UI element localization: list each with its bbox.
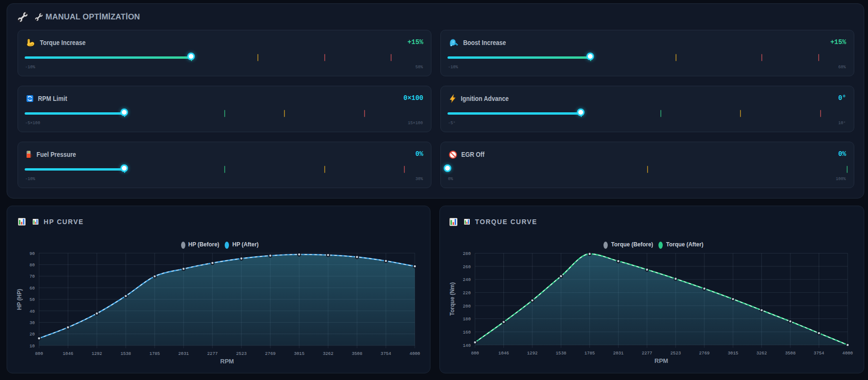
svg-text:3015: 3015 <box>294 351 304 356</box>
svg-text:2769: 2769 <box>265 351 275 356</box>
svg-text:1292: 1292 <box>91 351 102 356</box>
svg-text:3262: 3262 <box>756 351 767 356</box>
svg-text:Torque (Nm): Torque (Nm) <box>449 282 456 316</box>
svg-text:3754: 3754 <box>381 351 392 356</box>
svg-text:1785: 1785 <box>149 351 160 356</box>
svg-text:140: 140 <box>463 343 471 348</box>
svg-text:HP (HP): HP (HP) <box>16 289 23 310</box>
svg-text:240: 240 <box>463 277 471 282</box>
svg-text:2769: 2769 <box>699 351 710 356</box>
svg-text:3508: 3508 <box>352 351 362 356</box>
svg-text:1538: 1538 <box>120 351 131 356</box>
svg-text:3754: 3754 <box>813 351 824 356</box>
svg-text:10: 10 <box>29 344 35 349</box>
svg-text:30: 30 <box>29 320 35 326</box>
svg-text:200: 200 <box>463 304 471 309</box>
svg-text:800: 800 <box>35 351 43 356</box>
svg-text:RPM: RPM <box>220 358 234 365</box>
svg-text:60: 60 <box>29 286 35 291</box>
svg-text:20: 20 <box>29 332 35 337</box>
svg-text:50: 50 <box>29 297 35 302</box>
svg-text:70: 70 <box>29 274 35 279</box>
svg-text:3508: 3508 <box>785 351 795 356</box>
svg-text:4000: 4000 <box>410 351 420 356</box>
svg-text:1046: 1046 <box>498 351 509 356</box>
svg-text:1292: 1292 <box>527 351 538 356</box>
svg-text:800: 800 <box>471 351 479 356</box>
svg-text:2523: 2523 <box>670 351 681 356</box>
svg-text:180: 180 <box>463 317 471 322</box>
svg-text:2277: 2277 <box>207 351 218 356</box>
svg-text:2523: 2523 <box>236 351 247 356</box>
svg-text:260: 260 <box>463 264 471 270</box>
svg-text:RPM: RPM <box>655 357 668 364</box>
svg-text:160: 160 <box>463 330 471 335</box>
svg-text:2031: 2031 <box>613 351 624 356</box>
svg-text:90: 90 <box>29 251 35 256</box>
svg-text:2031: 2031 <box>178 351 189 356</box>
svg-text:280: 280 <box>463 251 471 256</box>
svg-text:220: 220 <box>463 290 471 296</box>
svg-text:1046: 1046 <box>63 351 73 356</box>
svg-text:3015: 3015 <box>728 351 738 356</box>
svg-text:40: 40 <box>29 309 35 314</box>
svg-text:80: 80 <box>29 262 35 268</box>
svg-text:2277: 2277 <box>642 351 652 356</box>
svg-text:1538: 1538 <box>556 351 566 356</box>
svg-text:3262: 3262 <box>323 351 333 356</box>
svg-text:1785: 1785 <box>585 351 595 356</box>
svg-text:4000: 4000 <box>842 351 853 356</box>
